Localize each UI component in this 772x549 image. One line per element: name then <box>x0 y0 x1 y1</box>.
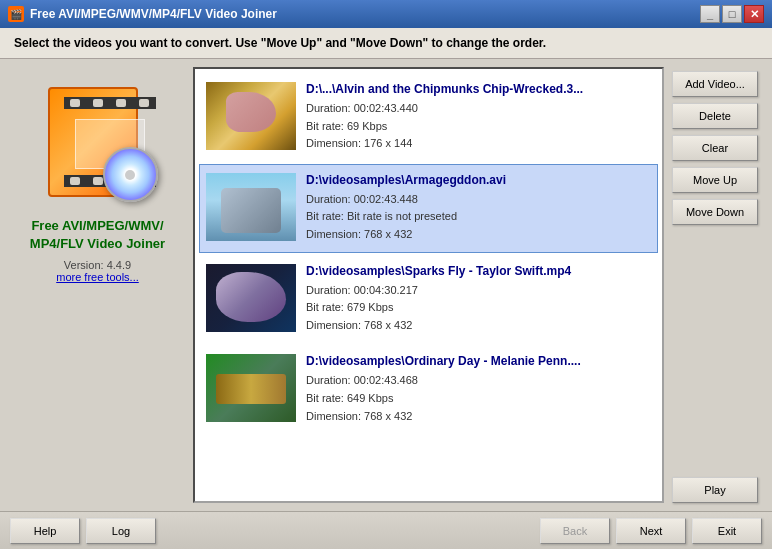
app-title: Free AVI/MPEG/WMV/ MP4/FLV Video Joiner <box>30 217 165 253</box>
film-sprocket-top <box>64 97 156 109</box>
video-meta: Duration: 00:02:43.468Bit rate: 649 Kbps… <box>306 372 651 425</box>
sprocket-hole <box>93 177 103 185</box>
video-list-item[interactable]: D:\videosamples\Sparks Fly - Taylor Swif… <box>199 255 658 344</box>
clear-button[interactable]: Clear <box>672 135 758 161</box>
video-filename: D:\videosamples\Armagegddon.avi <box>306 173 651 187</box>
instruction-text: Select the videos you want to convert. U… <box>14 36 546 50</box>
instruction-bar: Select the videos you want to convert. U… <box>0 28 772 59</box>
video-list[interactable]: D:\...\Alvin and the Chipmunks Chip-Wrec… <box>193 67 664 503</box>
sprocket-hole <box>70 99 80 107</box>
app-icon: 🎬 <box>8 6 24 22</box>
move-down-button[interactable]: Move Down <box>672 199 758 225</box>
delete-button[interactable]: Delete <box>672 103 758 129</box>
move-up-button[interactable]: Move Up <box>672 167 758 193</box>
sidebar: Free AVI/MPEG/WMV/ MP4/FLV Video Joiner … <box>10 67 185 503</box>
video-filename: D:\videosamples\Sparks Fly - Taylor Swif… <box>306 264 651 278</box>
spacer <box>672 231 762 471</box>
sprocket-hole <box>93 99 103 107</box>
video-info: D:\videosamples\Armagegddon.aviDuration:… <box>306 173 651 244</box>
video-meta: Duration: 00:02:43.448Bit rate: Bit rate… <box>306 191 651 244</box>
video-filename: D:\...\Alvin and the Chipmunks Chip-Wrec… <box>306 82 651 96</box>
help-button[interactable]: Help <box>10 518 80 544</box>
video-thumbnail <box>206 82 296 150</box>
video-filename: D:\videosamples\Ordinary Day - Melanie P… <box>306 354 651 368</box>
sprocket-hole <box>116 99 126 107</box>
version-label: Version: 4.4.9 <box>64 259 131 271</box>
log-button[interactable]: Log <box>86 518 156 544</box>
film-reel-graphic <box>33 77 163 207</box>
back-button[interactable]: Back <box>540 518 610 544</box>
close-button[interactable]: ✕ <box>744 5 764 23</box>
window-title: Free AVI/MPEG/WMV/MP4/FLV Video Joiner <box>30 7 277 21</box>
bottom-navigation: Help Log Back Next Exit <box>0 511 772 549</box>
maximize-button[interactable]: □ <box>722 5 742 23</box>
video-thumbnail <box>206 354 296 422</box>
content-area: Free AVI/MPEG/WMV/ MP4/FLV Video Joiner … <box>0 59 772 511</box>
title-bar: 🎬 Free AVI/MPEG/WMV/MP4/FLV Video Joiner… <box>0 0 772 28</box>
window-controls[interactable]: _ □ ✕ <box>700 5 764 23</box>
video-info: D:\videosamples\Ordinary Day - Melanie P… <box>306 354 651 425</box>
right-nav-group: Back Next Exit <box>540 518 762 544</box>
app-logo <box>33 77 163 207</box>
disc-graphic <box>103 147 158 202</box>
exit-button[interactable]: Exit <box>692 518 762 544</box>
sprocket-hole <box>70 177 80 185</box>
sprocket-hole <box>139 99 149 107</box>
more-tools-link[interactable]: more free tools... <box>56 271 139 283</box>
video-info: D:\...\Alvin and the Chipmunks Chip-Wrec… <box>306 82 651 153</box>
left-nav-group: Help Log <box>10 518 156 544</box>
video-list-item[interactable]: D:\videosamples\Armagegddon.aviDuration:… <box>199 164 658 253</box>
window-body: Select the videos you want to convert. U… <box>0 28 772 549</box>
action-buttons-panel: Add Video... Delete Clear Move Up Move D… <box>672 67 762 503</box>
app-title-line1: Free AVI/MPEG/WMV/ <box>31 218 163 233</box>
next-button[interactable]: Next <box>616 518 686 544</box>
video-info: D:\videosamples\Sparks Fly - Taylor Swif… <box>306 264 651 335</box>
video-thumbnail <box>206 264 296 332</box>
play-button[interactable]: Play <box>672 477 758 503</box>
video-list-item[interactable]: D:\videosamples\Ordinary Day - Melanie P… <box>199 345 658 434</box>
minimize-button[interactable]: _ <box>700 5 720 23</box>
video-meta: Duration: 00:04:30.217Bit rate: 679 Kbps… <box>306 282 651 335</box>
add-video-button[interactable]: Add Video... <box>672 71 758 97</box>
video-thumbnail <box>206 173 296 241</box>
video-meta: Duration: 00:02:43.440Bit rate: 69 KbpsD… <box>306 100 651 153</box>
video-list-item[interactable]: D:\...\Alvin and the Chipmunks Chip-Wrec… <box>199 73 658 162</box>
disc-hole <box>125 170 135 180</box>
app-title-line2: MP4/FLV Video Joiner <box>30 236 165 251</box>
